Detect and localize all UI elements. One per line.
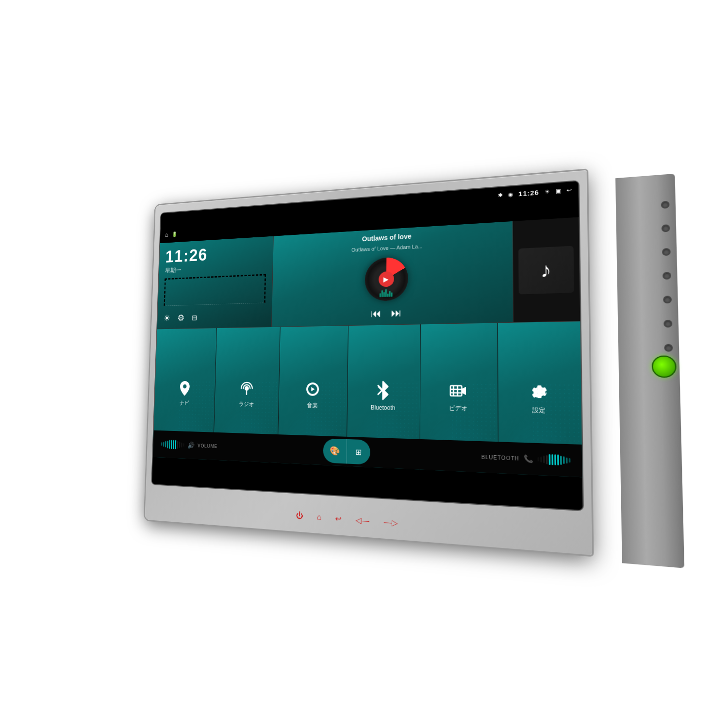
radio-label: ラジオ <box>238 400 254 408</box>
location-status-icon: ◉ <box>508 191 513 198</box>
bluetooth-label-bottom: BLUETOOTH <box>481 454 519 461</box>
battery-nav-icon: 🔋 <box>172 231 178 237</box>
screen: ✱ ◉ 11:26 ☀ ▣ ↩ ⌂ 🔋 <box>152 181 583 510</box>
home-nav-icon[interactable]: ⌂ <box>165 231 168 238</box>
time-display: 11:26 星期一 <box>165 242 267 275</box>
mount-hole <box>661 201 670 209</box>
mount-hole <box>662 272 671 280</box>
screen-frame: ✱ ◉ 11:26 ☀ ▣ ↩ ⌂ 🔋 <box>152 181 583 510</box>
grid-icon: ⊞ <box>355 447 362 457</box>
bluetooth-label: Bluetooth <box>371 404 396 411</box>
navigation-icon <box>177 380 192 396</box>
mount-holes <box>661 201 674 376</box>
left-panel: 11:26 星期一 ☀ ⚙ ⊟ <box>157 236 274 329</box>
next-track-button[interactable]: ⏭ <box>391 307 401 320</box>
phone-icon: 📞 <box>524 454 533 463</box>
play-button[interactable]: ▶ <box>379 271 394 287</box>
main-content: 11:26 星期一 ☀ ⚙ ⊟ <box>153 217 582 477</box>
volume-section: 🔊 VOLUME <box>161 440 323 456</box>
mount-hole <box>663 296 672 303</box>
settings-label: 設定 <box>532 406 546 415</box>
music-panel: Outlaws of love Outlaws of Love — Adam L… <box>272 221 513 327</box>
back-button[interactable]: ↩ <box>335 513 342 523</box>
music-label: 音楽 <box>307 401 318 410</box>
settings-icon[interactable]: ⚙ <box>177 313 184 323</box>
music-note-icon: ♪ <box>540 258 551 282</box>
center-btn-group: 🎨 ⊞ <box>323 438 370 464</box>
vol-down-button[interactable]: ◁— <box>356 515 369 526</box>
control-icons: ☀ ⚙ ⊟ <box>163 310 265 323</box>
grid-button[interactable]: ⊞ <box>347 439 370 465</box>
video-icon <box>449 381 467 400</box>
device-wrapper: ✱ ◉ 11:26 ☀ ▣ ↩ ⌂ 🔋 <box>144 167 634 576</box>
brightness-status-icon: ☀ <box>545 188 550 195</box>
unit-front: ✱ ◉ 11:26 ☀ ▣ ↩ ⌂ 🔋 <box>145 170 592 555</box>
theme-button[interactable]: 🎨 <box>323 438 347 463</box>
home-button[interactable]: ⌂ <box>317 513 322 522</box>
svg-rect-4 <box>450 385 462 396</box>
power-button[interactable]: ⏻ <box>296 511 303 520</box>
bluetooth-arcs <box>537 454 570 466</box>
brightness-icon[interactable]: ☀ <box>163 313 170 324</box>
video-label: ビデオ <box>449 404 468 413</box>
navigation-label: ナビ <box>179 399 189 407</box>
music-art-panel: ♪ <box>513 217 580 322</box>
prev-track-button[interactable]: ⏮ <box>370 307 381 320</box>
green-indicator <box>651 356 677 378</box>
album-art: ▶ <box>364 256 408 301</box>
eq-bars <box>364 286 408 298</box>
vol-up-button[interactable]: —▷ <box>384 517 398 528</box>
mount-hole <box>664 344 673 352</box>
volume-label: VOLUME <box>198 443 217 449</box>
status-right: ✱ ◉ 11:26 ☀ ▣ ↩ <box>498 186 572 199</box>
speaker-icon: 🔊 <box>187 441 195 449</box>
bluetooth-section: BLUETOOTH 📞 <box>370 447 571 466</box>
palette-icon: 🎨 <box>330 446 340 457</box>
radio-icon <box>239 380 254 397</box>
volume-arcs <box>161 440 184 449</box>
chassis-side <box>615 174 684 568</box>
time-display-status: 11:26 <box>518 188 539 198</box>
music-controls: ⏮ ⏭ <box>278 304 505 322</box>
mount-hole <box>662 248 671 256</box>
window-status-icon: ▣ <box>556 187 562 194</box>
back-status-icon: ↩ <box>566 186 572 193</box>
equalizer-icon[interactable]: ⊟ <box>192 313 197 322</box>
center-buttons: 🎨 ⊞ <box>323 438 370 464</box>
note-art: ♪ <box>518 246 574 294</box>
music-icon <box>304 381 321 398</box>
bluetooth-icon <box>374 381 392 400</box>
mount-hole <box>662 224 670 232</box>
bluetooth-status-icon: ✱ <box>498 192 503 199</box>
settings-icon-tile <box>528 381 549 402</box>
mount-hole <box>663 320 672 328</box>
device-scene: ✱ ◉ 11:26 ☀ ▣ ↩ ⌂ 🔋 <box>97 146 631 582</box>
